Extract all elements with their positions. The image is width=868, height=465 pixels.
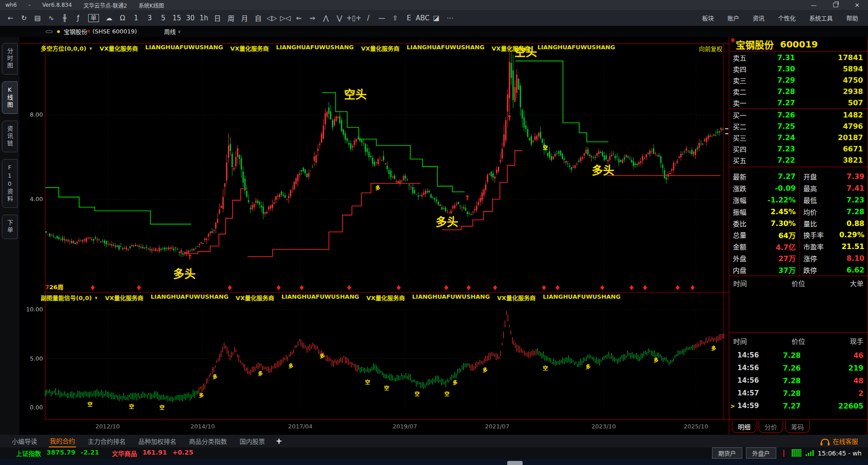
wh-name: 文华商品: [112, 449, 137, 458]
view-title: 系统K线图: [139, 1, 164, 9]
more-tools-icon[interactable]: ⋯: [443, 13, 457, 23]
top-menu-item[interactable]: 板块: [702, 14, 714, 22]
trendline-draw-icon[interactable]: /: [361, 13, 375, 23]
sidebar-tab[interactable]: 分时图: [2, 43, 18, 75]
quote-board-icon[interactable]: ▤: [31, 13, 44, 23]
shanghai-index-quote[interactable]: 上证指数 3875.79 -2.21: [16, 449, 99, 458]
sidebar-tab-label: 分时图: [5, 48, 14, 70]
eraser-icon[interactable]: ◪: [429, 13, 443, 23]
bottom-tab[interactable]: 商品分类指数: [188, 435, 228, 447]
online-service-button[interactable]: 在线客服: [821, 437, 858, 446]
page-right-icon[interactable]: ⇒: [306, 13, 319, 23]
vendor-cn-label: VX量化服务商: [492, 44, 530, 52]
bid-price: 7.24: [755, 133, 817, 142]
period-1min-button[interactable]: 1: [129, 13, 143, 23]
arrow-mark-icon[interactable]: ⇧: [388, 13, 402, 23]
bid-row[interactable]: 买四 7.23 6671: [730, 143, 867, 155]
cloud-node-label[interactable]: 文华云节点-联通2: [84, 1, 127, 9]
bottom-tab[interactable]: 我的合约: [49, 435, 76, 447]
tick-row: 14:56 7.26 219: [729, 362, 868, 374]
ask-volume: 17841: [817, 53, 867, 62]
zoom-out-icon[interactable]: ◁▷: [265, 13, 278, 23]
scale-up-icon[interactable]: ⋀: [319, 13, 333, 23]
bid-row[interactable]: 买二 7.25 4796: [730, 121, 867, 132]
indicator-formula-icon[interactable]: ƒ: [71, 13, 85, 23]
bottom-tab[interactable]: 小编导读: [11, 435, 38, 447]
bid-price: 7.25: [755, 122, 817, 131]
abc-label-icon[interactable]: ABC: [415, 13, 429, 23]
top-menu-item[interactable]: 个性化: [778, 14, 796, 22]
top-menu-item[interactable]: 账户: [727, 14, 739, 22]
ask-row[interactable]: 卖三 7.29 4750: [730, 75, 867, 86]
sidebar-tab[interactable]: K线图: [2, 81, 18, 114]
price-alert-icon[interactable]: Ω: [116, 13, 129, 23]
ask-price: 7.30: [755, 65, 817, 73]
close-button[interactable]: ✕: [846, 2, 868, 9]
panel-tab[interactable]: 明细: [732, 421, 756, 433]
period-5min-button[interactable]: 5: [156, 13, 170, 23]
ask-row[interactable]: 卖四 7.30 5894: [730, 63, 867, 75]
main-indicator-name[interactable]: 多空方位(0,0,0): [41, 44, 86, 52]
zoom-in-icon[interactable]: ▷◁: [278, 13, 292, 23]
chevron-down-icon[interactable]: ∨: [178, 29, 181, 34]
task-strip: [0, 459, 868, 465]
bottom-tab[interactable]: 国内股票: [239, 435, 266, 447]
top-menu-item[interactable]: 帮助: [846, 14, 858, 22]
text-note-icon[interactable]: E: [402, 13, 415, 23]
chevron-down-icon[interactable]: ∨: [89, 46, 92, 51]
period-1hour-button[interactable]: 1h: [197, 13, 211, 23]
add-tab-button[interactable]: +: [276, 437, 282, 446]
horizontal-line-draw-icon[interactable]: —: [375, 13, 388, 23]
kline-chart[interactable]: 2012/102014/102017/042019/072021/072023/…: [19, 37, 729, 435]
top-menu-item[interactable]: 资讯: [753, 14, 764, 22]
sub-indicator-name[interactable]: 副图量能信号(0,0): [41, 293, 92, 302]
top-menu-item[interactable]: 系统工具: [809, 14, 833, 22]
sidebar-tab[interactable]: 下单: [2, 215, 18, 239]
period-15min-button[interactable]: 15: [170, 13, 184, 23]
bottom-tab[interactable]: 主力合约排名: [87, 435, 127, 447]
panel-tab[interactable]: 分价: [759, 421, 783, 433]
vendor-en-label: LIANGHUAFUWUSHANG: [538, 44, 615, 52]
sidebar-tab[interactable]: 资讯链: [2, 121, 18, 152]
bottom-tab[interactable]: 品种加权排名: [137, 435, 177, 447]
restore-button[interactable]: [825, 2, 846, 9]
period-custom-button[interactable]: 自: [251, 12, 265, 23]
forward-adjust-button[interactable]: 向前复权: [699, 44, 722, 53]
scale-down-icon[interactable]: ⋁: [333, 13, 346, 23]
minimize-button[interactable]: —: [803, 2, 825, 9]
kline-mode-icon[interactable]: ╫: [58, 13, 71, 23]
symbol-name[interactable]: 宝钢股份: [64, 27, 87, 36]
page-left-icon[interactable]: ⇐: [292, 13, 306, 23]
bid-row[interactable]: 买一 7.26 1482: [730, 109, 867, 121]
chevron-down-icon[interactable]: ∨: [94, 296, 98, 300]
period-week-button[interactable]: 周: [224, 12, 238, 23]
ask-row[interactable]: 卖五 7.31 17841: [730, 52, 867, 63]
period-3min-button[interactable]: 3: [143, 13, 156, 23]
sidebar-tab[interactable]: F10资料: [2, 159, 18, 208]
quote-symbol-name[interactable]: 宝钢股份: [736, 38, 774, 51]
period-day-button[interactable]: 日: [211, 12, 224, 23]
period-month-button[interactable]: 月: [238, 12, 251, 23]
insert-bar-icon[interactable]: +▯+: [346, 13, 361, 23]
ask-row[interactable]: 卖一 7.27 507: [730, 97, 867, 108]
ask-row[interactable]: 卖二 7.28 2938: [730, 86, 867, 97]
refresh-icon[interactable]: ↻: [17, 13, 31, 23]
link-symbol-icon[interactable]: ⊂⊃: [45, 28, 52, 35]
account-button[interactable]: 外盘户: [746, 447, 776, 459]
period-30min-button[interactable]: 30: [184, 13, 197, 23]
back-icon[interactable]: ←: [4, 13, 17, 23]
bid-row[interactable]: 买五 7.22 3821: [730, 155, 867, 166]
wenhua-index-quote[interactable]: 文华商品 161.91 +0.25: [112, 449, 193, 458]
trend-chart-icon[interactable]: ∿: [44, 13, 58, 23]
account-button[interactable]: 期货户: [712, 447, 742, 459]
order-panel-icon[interactable]: 单: [88, 14, 99, 22]
bid-row[interactable]: 买三 7.24 20187: [730, 132, 867, 143]
stat-value: 37万: [778, 264, 796, 275]
title-bar: wh6 - Ver6.8.834 文华云节点-联通2 系统K线图 — ✕: [0, 0, 868, 10]
panel-tab[interactable]: 筹码: [785, 421, 810, 433]
cloud-strategy-icon[interactable]: ☁: [102, 13, 116, 23]
svg-text:2012/10: 2012/10: [95, 423, 120, 430]
period-selector[interactable]: 周线: [164, 27, 176, 36]
taskbar-item[interactable]: [507, 461, 523, 465]
vendor-en-label: LIANGHUAFUWUSHANG: [145, 44, 223, 52]
